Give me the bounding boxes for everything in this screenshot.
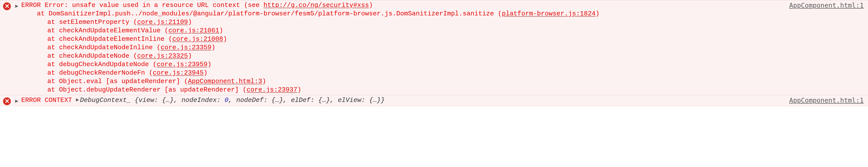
stack-wrap-post: ) xyxy=(595,10,599,18)
stack-frame: at setElementProperty (core.js:21109) xyxy=(21,18,864,27)
error-message[interactable]: ERROR Error: unsafe value used in a reso… xyxy=(21,1,868,94)
source-link[interactable]: core.js:23945 xyxy=(153,69,204,76)
stack-frame: at Object.debugUpdateRenderer [as update… xyxy=(21,86,864,94)
console-error-context-entry: ✕ ▶ ERROR CONTEXT ▶DebugContext_ {view: … xyxy=(0,95,868,106)
origin-link[interactable]: AppComponent.html:1 xyxy=(789,2,864,9)
source-link[interactable]: core.js:21061 xyxy=(168,27,219,34)
security-doc-link[interactable]: http://g.co/ng/security#xss xyxy=(264,2,369,9)
error-context-message[interactable]: ERROR CONTEXT ▶DebugContext_ {view: {…},… xyxy=(21,96,868,104)
chevron-right-icon[interactable]: ▶ xyxy=(15,1,21,9)
error-suffix: ) xyxy=(369,2,373,9)
object-preview-pre: {view: {…}, nodeIndex: xyxy=(131,97,225,104)
stack-frame: at checkAndUpdateElementInline (core.js:… xyxy=(21,35,864,43)
stack-frame: at checkAndUpdateNodeInline (core.js:233… xyxy=(21,43,864,52)
error-text: Error: unsafe value used in a resource U… xyxy=(45,2,264,9)
stack-frame: at debugCheckRenderNodeFn (core.js:23945… xyxy=(21,69,864,77)
chevron-right-icon[interactable]: ▶ xyxy=(15,96,21,104)
source-link[interactable]: core.js:23937 xyxy=(247,86,297,94)
origin-link[interactable]: AppComponent.html:1 xyxy=(789,97,864,104)
source-link[interactable]: core.js:21008 xyxy=(172,35,223,43)
chevron-right-icon[interactable]: ▶ xyxy=(76,97,79,103)
error-icon: ✕ xyxy=(3,2,11,10)
source-link[interactable]: core.js:21109 xyxy=(137,19,188,26)
stack-frame: at checkAndUpdateElementValue (core.js:2… xyxy=(21,27,864,35)
source-link[interactable]: AppComponent.html:3 xyxy=(188,78,262,85)
source-link[interactable]: core.js:23959 xyxy=(157,61,208,68)
error-context-label: ERROR CONTEXT xyxy=(21,97,72,104)
stack-wrap-pre: at DomSanitizerImpl.push../node_modules/… xyxy=(21,10,502,18)
stack-wrap-link[interactable]: platform-browser.js:1824 xyxy=(502,10,595,18)
source-link[interactable]: core.js:23359 xyxy=(161,44,211,51)
object-class-name: DebugContext_ xyxy=(80,97,131,104)
source-link[interactable]: core.js:23325 xyxy=(137,52,188,60)
stack-frame: at debugCheckAndUpdateNode (core.js:2395… xyxy=(21,60,864,69)
console-error-entry: ✕ ▶ ERROR Error: unsafe value used in a … xyxy=(0,0,868,95)
object-preview-num: 0 xyxy=(225,97,228,104)
gutter: ✕ xyxy=(0,1,15,10)
stack-frame: at Object.eval [as updateRenderer] (AppC… xyxy=(21,77,864,86)
object-preview-post: , nodeDef: {…}, elDef: {…}, elView: {…}} xyxy=(228,97,385,104)
stack-frame: at checkAndUpdateNode (core.js:23325) xyxy=(21,52,864,60)
error-icon: ✕ xyxy=(3,97,11,105)
gutter: ✕ xyxy=(0,96,15,105)
error-prefix: ERROR xyxy=(21,2,41,9)
